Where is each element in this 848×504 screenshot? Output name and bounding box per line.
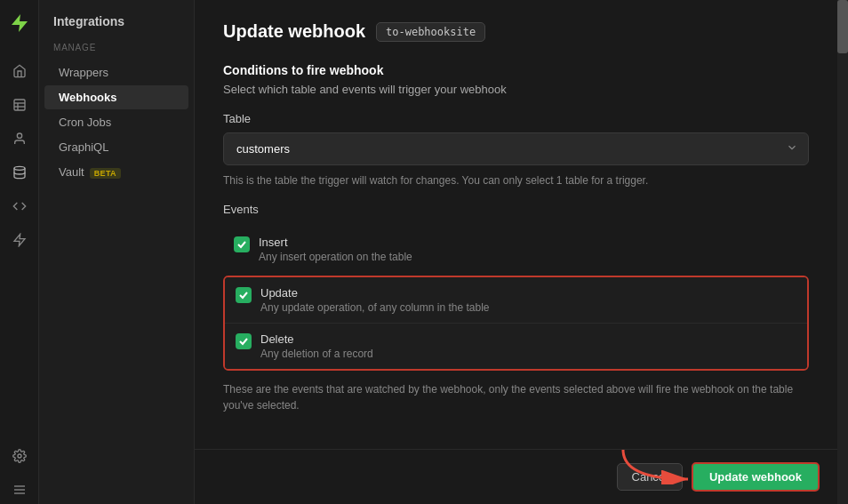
modal-footer: Cancel Update webhook bbox=[195, 449, 848, 504]
main-content: Update webhook to-webhooksite Conditions… bbox=[195, 0, 848, 504]
events-footer-note: These are the events that are watched by… bbox=[223, 381, 809, 413]
table-select[interactable]: customers bbox=[223, 132, 809, 165]
webhook-name-badge: to-webhooksite bbox=[376, 22, 485, 42]
page-header: Update webhook to-webhooksite bbox=[223, 21, 809, 42]
insert-event-desc: Any insert operation on the table bbox=[259, 251, 412, 263]
nav-menu-icon[interactable] bbox=[5, 476, 34, 504]
svg-point-5 bbox=[17, 133, 21, 138]
events-label: Events bbox=[223, 203, 809, 216]
scrollbar-track bbox=[837, 0, 848, 504]
event-item-update[interactable]: Update Any update operation, of any colu… bbox=[225, 277, 807, 324]
content-inner: Update webhook to-webhooksite Conditions… bbox=[195, 0, 848, 449]
table-label: Table bbox=[223, 112, 809, 125]
update-event-text: Update Any update operation, of any colu… bbox=[260, 286, 490, 314]
nav-integrations-icon[interactable] bbox=[5, 226, 34, 254]
nav-sidebar: Integrations MANAGE Wrappers Webhooks Cr… bbox=[39, 0, 195, 504]
beta-badge: BETA bbox=[90, 168, 121, 179]
scrollbar-thumb[interactable] bbox=[837, 0, 848, 53]
sidebar-item-cron-jobs[interactable]: Cron Jobs bbox=[44, 110, 188, 134]
update-checkbox[interactable] bbox=[236, 287, 252, 303]
event-item-delete[interactable]: Delete Any deletion of a record bbox=[225, 324, 807, 369]
table-hint: This is the table the trigger will watch… bbox=[223, 174, 809, 187]
nav-auth-icon[interactable] bbox=[5, 124, 34, 153]
update-event-name: Update bbox=[260, 286, 490, 300]
update-webhook-button[interactable]: Update webhook bbox=[692, 462, 820, 492]
delete-event-name: Delete bbox=[260, 332, 373, 346]
icon-sidebar bbox=[0, 0, 39, 504]
nav-table-icon[interactable] bbox=[5, 91, 34, 119]
nav-settings-icon[interactable] bbox=[5, 442, 34, 470]
delete-event-text: Delete Any deletion of a record bbox=[260, 332, 373, 360]
sidebar-item-vault[interactable]: VaultBETA bbox=[44, 160, 188, 184]
nav-home-icon[interactable] bbox=[5, 57, 34, 85]
cancel-button[interactable]: Cancel bbox=[617, 463, 683, 491]
event-item-insert[interactable]: Insert Any insert operation on the table bbox=[223, 227, 809, 272]
delete-event-desc: Any deletion of a record bbox=[260, 348, 373, 360]
sidebar-item-webhooks[interactable]: Webhooks bbox=[44, 85, 188, 109]
conditions-desc: Select which table and events will trigg… bbox=[223, 83, 809, 96]
page-title: Update webhook bbox=[223, 21, 365, 42]
highlighted-events-block: Update Any update operation, of any colu… bbox=[223, 276, 809, 371]
table-select-wrapper: customers bbox=[223, 132, 809, 165]
delete-checkbox[interactable] bbox=[236, 333, 252, 349]
nav-functions-icon[interactable] bbox=[5, 192, 34, 220]
nav-storage-icon[interactable] bbox=[5, 158, 34, 187]
sidebar-item-graphiql[interactable]: GraphiQL bbox=[44, 135, 188, 159]
conditions-title: Conditions to fire webhook bbox=[223, 63, 809, 77]
sidebar-item-wrappers[interactable]: Wrappers bbox=[44, 60, 188, 84]
manage-section-label: MANAGE bbox=[39, 43, 194, 60]
insert-event-text: Insert Any insert operation on the table bbox=[259, 236, 412, 263]
svg-marker-7 bbox=[14, 234, 25, 245]
update-event-desc: Any update operation, of any column in t… bbox=[260, 301, 490, 314]
insert-checkbox[interactable] bbox=[234, 236, 250, 252]
svg-rect-1 bbox=[14, 100, 25, 110]
insert-event-name: Insert bbox=[259, 236, 412, 249]
logo-icon[interactable] bbox=[7, 11, 32, 36]
sidebar-title: Integrations bbox=[39, 14, 194, 43]
svg-point-8 bbox=[18, 454, 21, 458]
svg-marker-0 bbox=[12, 14, 28, 32]
svg-point-6 bbox=[14, 166, 25, 170]
